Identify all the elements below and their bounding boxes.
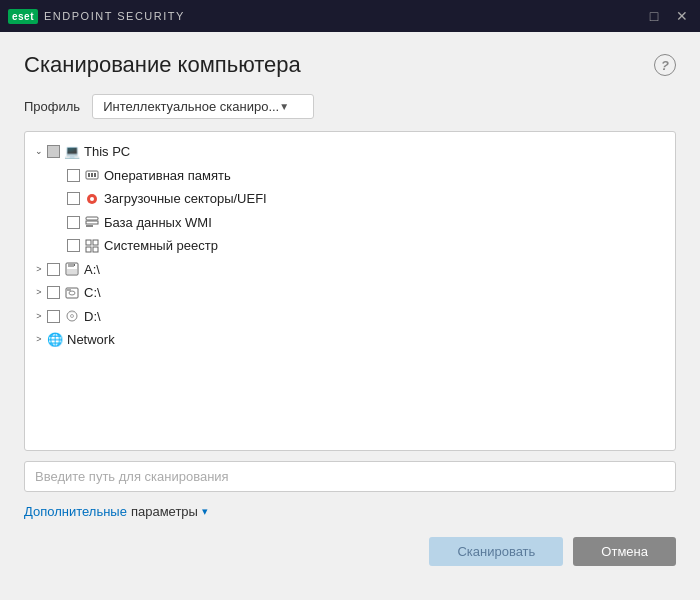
- page-content: Сканирование компьютера ? Профиль Интелл…: [0, 32, 700, 600]
- checkbox-ram[interactable]: [67, 169, 80, 182]
- tree-label-ram: Оперативная память: [104, 166, 231, 186]
- app-window: eset ENDPOINT SECURITY □ ✕ Сканирование …: [0, 0, 700, 600]
- checkbox-c[interactable]: [47, 286, 60, 299]
- expander-placeholder: [51, 191, 67, 207]
- disk-icon: [64, 285, 80, 301]
- tree-label-registry: Системный реестр: [104, 236, 218, 256]
- svg-rect-6: [86, 217, 98, 220]
- ram-icon: [84, 167, 100, 183]
- boot-icon: [84, 191, 100, 207]
- tree-label-wmi: База данных WMI: [104, 213, 212, 233]
- cancel-button[interactable]: Отмена: [573, 537, 676, 566]
- checkbox-wmi[interactable]: [67, 216, 80, 229]
- scan-button[interactable]: Сканировать: [429, 537, 563, 566]
- titlebar-logo: eset ENDPOINT SECURITY: [8, 9, 185, 24]
- expander-a[interactable]: >: [31, 261, 47, 277]
- tree-item-wmi[interactable]: База данных WMI: [31, 211, 669, 235]
- checkbox-a[interactable]: [47, 263, 60, 276]
- database-icon: [84, 214, 100, 230]
- expander-placeholder: [51, 238, 67, 254]
- eset-badge: eset: [8, 9, 38, 24]
- dvd-icon: [64, 308, 80, 324]
- profile-dropdown[interactable]: Интеллектуальное сканиро... ▼: [92, 94, 314, 119]
- svg-rect-7: [86, 221, 98, 224]
- tree-item-network[interactable]: > 🌐 Network: [31, 328, 669, 352]
- expander-network[interactable]: >: [31, 332, 47, 348]
- tree-item-d-drive[interactable]: > D:\: [31, 305, 669, 329]
- svg-point-18: [69, 291, 75, 295]
- minimize-button[interactable]: □: [644, 6, 664, 26]
- checkbox-boot[interactable]: [67, 192, 80, 205]
- tree-label-c: C:\: [84, 283, 101, 303]
- svg-rect-8: [86, 225, 93, 227]
- advanced-params-text: параметры: [131, 504, 198, 519]
- svg-rect-2: [91, 173, 93, 177]
- page-title: Сканирование компьютера: [24, 52, 301, 78]
- expander-c[interactable]: >: [31, 285, 47, 301]
- footer-buttons: Сканировать Отмена: [0, 525, 700, 578]
- titlebar-controls: □ ✕: [644, 6, 692, 26]
- checkbox-d[interactable]: [47, 310, 60, 323]
- svg-point-5: [90, 197, 94, 201]
- tree-label-a: A:\: [84, 260, 100, 280]
- advanced-link[interactable]: Дополнительные: [24, 504, 127, 519]
- svg-rect-10: [93, 240, 98, 245]
- tree-item-a-drive[interactable]: > A:\: [31, 258, 669, 282]
- svg-rect-12: [93, 247, 98, 252]
- svg-rect-14: [68, 263, 74, 267]
- svg-rect-16: [67, 269, 77, 274]
- expander-icon[interactable]: ⌄: [31, 144, 47, 160]
- expander-d[interactable]: >: [31, 308, 47, 324]
- app-title: ENDPOINT SECURITY: [44, 10, 185, 22]
- svg-rect-3: [94, 173, 96, 177]
- advanced-row: Дополнительные параметры ▾: [0, 498, 700, 525]
- tree-label-network: Network: [67, 330, 115, 350]
- svg-rect-15: [74, 264, 75, 266]
- page-header: Сканирование компьютера ?: [0, 32, 700, 90]
- path-input-row: [0, 451, 700, 498]
- tree-label-d: D:\: [84, 307, 101, 327]
- tree-item-boot[interactable]: Загрузочные секторы/UEFI: [31, 187, 669, 211]
- chevron-down-icon: ▾: [202, 505, 208, 518]
- expander-placeholder: [51, 214, 67, 230]
- scan-target-tree[interactable]: ⌄ 💻 This PC Оперативная память: [24, 131, 676, 451]
- tree-label-boot: Загрузочные секторы/UEFI: [104, 189, 267, 209]
- registry-icon: [84, 238, 100, 254]
- computer-icon: 💻: [64, 144, 80, 160]
- titlebar: eset ENDPOINT SECURITY □ ✕: [0, 0, 700, 32]
- tree-label-this-pc: This PC: [84, 142, 130, 162]
- expander-placeholder: [51, 167, 67, 183]
- tree-item-c-drive[interactable]: > C:\: [31, 281, 669, 305]
- svg-rect-1: [88, 173, 90, 177]
- network-icon: 🌐: [47, 332, 63, 348]
- svg-rect-19: [67, 289, 71, 291]
- checkbox-this-pc[interactable]: [47, 145, 60, 158]
- tree-item-ram[interactable]: Оперативная память: [31, 164, 669, 188]
- profile-value: Интеллектуальное сканиро...: [103, 99, 279, 114]
- close-button[interactable]: ✕: [672, 6, 692, 26]
- path-input[interactable]: [24, 461, 676, 492]
- checkbox-registry[interactable]: [67, 239, 80, 252]
- tree-item-registry[interactable]: Системный реестр: [31, 234, 669, 258]
- svg-rect-11: [86, 247, 91, 252]
- tree-item-this-pc[interactable]: ⌄ 💻 This PC: [31, 140, 669, 164]
- svg-point-21: [71, 315, 74, 318]
- chevron-down-icon: ▼: [279, 101, 289, 112]
- svg-rect-9: [86, 240, 91, 245]
- profile-label: Профиль: [24, 99, 80, 114]
- floppy-icon: [64, 261, 80, 277]
- profile-row: Профиль Интеллектуальное сканиро... ▼: [0, 90, 700, 131]
- help-button[interactable]: ?: [654, 54, 676, 76]
